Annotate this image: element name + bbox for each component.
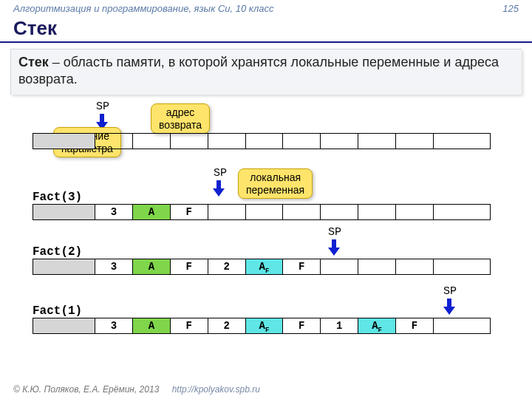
stack-cell (396, 205, 434, 219)
stack-cell (396, 134, 434, 149)
stack-cell (246, 134, 284, 149)
stack-cell: F (283, 318, 321, 333)
stack-cell (33, 134, 95, 149)
stack-cell (283, 134, 321, 149)
stack-cell (133, 134, 171, 149)
stack-cell (358, 259, 396, 274)
stack-cell (321, 259, 358, 274)
stack-cell: A (133, 259, 171, 274)
stack-cell (33, 205, 95, 219)
stack-cell: A (133, 318, 171, 333)
stack-cell: F (283, 259, 321, 274)
footer-link[interactable]: http://kpolyakov.spb.ru (172, 384, 260, 395)
arrow-down-icon (330, 239, 338, 256)
stack-cell: AF (246, 318, 284, 333)
definition-box: Стек – область памяти, в которой хранятс… (10, 49, 522, 95)
stack-cell (171, 134, 208, 149)
stack-cell (33, 318, 95, 333)
stack-cell: 3 (95, 318, 133, 333)
arrow-down-icon (445, 299, 454, 315)
def-term: Стек (18, 55, 49, 69)
callout-local: локальная переменная (238, 168, 313, 200)
stack-cell: F (171, 205, 208, 219)
def-rest: – область памяти, в которой хранятся лок… (18, 55, 499, 86)
stack-cell: F (396, 318, 434, 333)
course-title: Алгоритмизация и программирование, язык … (13, 3, 274, 14)
stack-row-1: 3 A F (33, 204, 491, 220)
row-label-3: Fact(1) (33, 304, 82, 318)
stack-cell (283, 205, 321, 219)
callout-return: адрес возврата (151, 103, 210, 134)
stack-cell (434, 318, 490, 333)
stack-row-2: 3 A F 2 AF F (33, 259, 491, 275)
header: Алгоритмизация и программирование, язык … (0, 0, 532, 14)
stack-row-3: 3 A F 2 AF F 1 AF F (33, 318, 491, 334)
stack-cell (208, 134, 246, 149)
stack-cell: A (133, 205, 171, 219)
arrow-down-icon (214, 180, 223, 197)
footer: © К.Ю. Поляков, Е.А. Ерёмин, 2013 http:/… (13, 384, 260, 395)
stack-cell (434, 205, 490, 219)
stack-cell (246, 205, 284, 219)
stack-cell (321, 134, 358, 149)
slide-title: Стек (0, 14, 532, 43)
page-number: 125 (502, 3, 519, 14)
stack-cell (396, 259, 434, 274)
stack-cell: AF (358, 318, 396, 333)
sp-label-2: SP (328, 226, 341, 239)
sp-label-3: SP (443, 285, 457, 298)
stack-cell (434, 134, 490, 149)
sp-label-0: SP (96, 100, 109, 113)
content-area: SP адрес возврата значение параметра SP … (0, 100, 532, 344)
stack-cell (358, 134, 396, 149)
stack-cell: F (171, 259, 208, 274)
stack-cell: AF (246, 259, 284, 274)
stack-cell (95, 134, 133, 149)
stack-cell: 1 (321, 318, 358, 333)
stack-cell: 2 (208, 318, 246, 333)
stack-cell (208, 205, 246, 219)
row-label-2: Fact(2) (33, 245, 82, 259)
row-label-1: Fact(3) (33, 191, 82, 204)
sp-label-1: SP (214, 167, 227, 180)
stack-cell (358, 205, 396, 219)
stack-cell (434, 259, 490, 274)
stack-row-0 (33, 133, 491, 149)
stack-cell (33, 259, 95, 274)
stack-cell: F (171, 318, 208, 333)
stack-cell (321, 205, 358, 219)
stack-cell: 2 (208, 259, 246, 274)
copyright: © К.Ю. Поляков, Е.А. Ерёмин, 2013 (13, 384, 159, 395)
stack-cell: 3 (95, 205, 133, 219)
stack-cell: 3 (95, 259, 133, 274)
